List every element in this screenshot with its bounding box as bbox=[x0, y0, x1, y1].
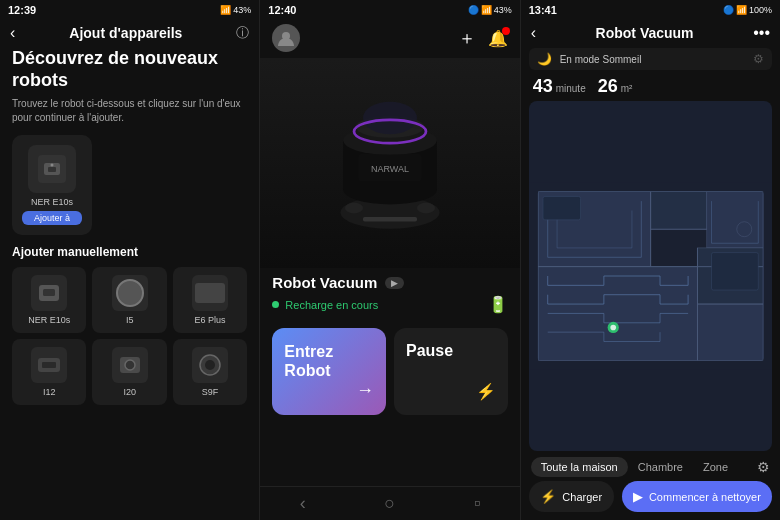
charging-dot bbox=[272, 301, 279, 308]
enter-robot-label: EntrezRobot bbox=[284, 342, 333, 380]
svg-rect-4 bbox=[43, 289, 55, 296]
p3-header: ‹ Robot Vacuum ••• bbox=[521, 20, 780, 48]
sleep-status-icon: ⚙ bbox=[753, 52, 764, 66]
clean-label: Commencer à nettoyer bbox=[649, 491, 761, 503]
stat-time: 43 minute bbox=[533, 76, 586, 97]
p1-content: Découvrez de nouveaux robots Trouvez le … bbox=[0, 48, 259, 520]
p3-action-buttons: ⚡ Charger ▶ Commencer à nettoyer bbox=[521, 481, 780, 520]
list-item[interactable]: I12 bbox=[12, 339, 86, 405]
bluetooth-p3-icon: 🔵 bbox=[723, 5, 734, 15]
manual-section-title: Ajouter manuellement bbox=[12, 245, 247, 259]
enter-robot-button[interactable]: EntrezRobot → bbox=[272, 328, 386, 415]
discover-subtext: Trouvez le robot ci-dessous et cliquez s… bbox=[12, 97, 247, 125]
tab-whole-house[interactable]: Toute la maison bbox=[531, 457, 628, 477]
grid-device-label-1: I5 bbox=[126, 315, 134, 325]
status-bar-p3: 13:41 🔵 📶 100% bbox=[521, 0, 780, 20]
action-icons: ＋ 🔔 bbox=[458, 26, 508, 50]
status-icons-p1: 📶 43% bbox=[220, 5, 251, 15]
nav-back-icon[interactable]: ‹ bbox=[300, 493, 306, 514]
grid-device-label-0: NER E10s bbox=[28, 315, 70, 325]
list-item[interactable]: NER E10s bbox=[12, 267, 86, 333]
svg-rect-39 bbox=[711, 253, 758, 290]
info-icon-p1[interactable]: ⓘ bbox=[236, 24, 249, 42]
p2-device-info: Robot Vacuum ▶ Recharge en cours 🔋 bbox=[260, 268, 519, 328]
status-bar-p2: 12:40 🔵 📶 43% bbox=[260, 0, 519, 20]
svg-rect-31 bbox=[697, 304, 763, 360]
svg-text:NARWAL: NARWAL bbox=[371, 164, 409, 174]
panel-add-devices: 12:39 📶 43% ‹ Ajout d'appareils ⓘ Découv… bbox=[0, 0, 259, 520]
lightning-icon: ⚡ bbox=[476, 382, 496, 401]
battery-p1: 43% bbox=[233, 5, 251, 15]
svg-point-21 bbox=[345, 203, 363, 214]
grid-device-icon-0 bbox=[31, 275, 67, 311]
panel-robot-control: 12:40 🔵 📶 43% ＋ 🔔 bbox=[259, 0, 519, 520]
tab-bedroom[interactable]: Chambre bbox=[628, 457, 693, 477]
device-svg bbox=[40, 157, 64, 181]
avatar-icon[interactable] bbox=[272, 24, 300, 52]
device-grid: NER E10s I5 E6 Plus I12 bbox=[12, 267, 247, 405]
device-status-badge: ▶ bbox=[385, 277, 404, 289]
tab-zone[interactable]: Zone bbox=[693, 457, 738, 477]
robot-box-icon bbox=[38, 155, 66, 183]
page-title-p1: Ajout d'appareils bbox=[21, 25, 230, 41]
sleep-mode-text: En mode Sommeil bbox=[560, 54, 745, 65]
zone-label: Zone bbox=[703, 461, 728, 473]
time-p2: 12:40 bbox=[268, 4, 296, 16]
grid-device-icon-4 bbox=[112, 347, 148, 383]
status-icons-p2: 🔵 📶 43% bbox=[468, 5, 512, 15]
stat-area-value: 26 bbox=[598, 76, 618, 97]
sleep-mode-bar: 🌙 En mode Sommeil ⚙ bbox=[529, 48, 772, 70]
panel-map-view: 13:41 🔵 📶 100% ‹ Robot Vacuum ••• 🌙 En m… bbox=[520, 0, 780, 520]
bottom-nav-p2: ‹ ○ ▫ bbox=[260, 486, 519, 520]
svg-rect-23 bbox=[363, 217, 417, 222]
room-tabs: Toute la maison Chambre Zone ⚙ bbox=[521, 451, 780, 481]
robot-vacuum-svg: NARWAL bbox=[320, 73, 460, 253]
svg-rect-28 bbox=[706, 192, 762, 248]
svg-point-10 bbox=[205, 360, 215, 370]
moon-icon: 🌙 bbox=[537, 52, 552, 66]
svg-point-38 bbox=[610, 325, 616, 331]
battery-charging-icon: 🔋 bbox=[488, 295, 508, 314]
nav-home-icon[interactable]: ○ bbox=[384, 493, 395, 514]
p2-top-bar: ＋ 🔔 bbox=[260, 20, 519, 58]
stat-time-unit: minute bbox=[556, 83, 586, 94]
add-device-button[interactable]: Ajouter à bbox=[22, 211, 82, 225]
grid-device-icon-5 bbox=[192, 347, 228, 383]
list-item[interactable]: S9F bbox=[173, 339, 247, 405]
p1-header: ‹ Ajout d'appareils ⓘ bbox=[0, 20, 259, 48]
svg-point-22 bbox=[417, 203, 435, 214]
status-icons-p3: 🔵 📶 100% bbox=[723, 5, 772, 15]
more-options-icon[interactable]: ••• bbox=[753, 24, 770, 42]
round-robot-icon bbox=[116, 279, 144, 307]
status-bar-p1: 12:39 📶 43% bbox=[0, 0, 259, 20]
back-button-p1[interactable]: ‹ bbox=[10, 24, 15, 42]
whole-house-label: Toute la maison bbox=[541, 461, 618, 473]
battery-p3: 100% bbox=[749, 5, 772, 15]
avatar-svg bbox=[274, 26, 298, 50]
device-title-row: Robot Vacuum ▶ bbox=[272, 274, 507, 291]
charge-button[interactable]: ⚡ Charger bbox=[529, 481, 614, 512]
list-item[interactable]: I20 bbox=[92, 339, 166, 405]
notification-wrapper[interactable]: 🔔 bbox=[488, 29, 508, 48]
svg-rect-1 bbox=[48, 167, 56, 172]
featured-device-card[interactable]: NER E10s Ajouter à bbox=[12, 135, 92, 235]
svg-point-2 bbox=[51, 164, 54, 167]
pause-button[interactable]: Pause ⚡ bbox=[394, 328, 508, 415]
charging-row: Recharge en cours 🔋 bbox=[272, 295, 507, 314]
grid-device-label-2: E6 Plus bbox=[195, 315, 226, 325]
filter-settings-icon[interactable]: ⚙ bbox=[757, 459, 770, 475]
floor-map bbox=[529, 101, 772, 451]
list-item[interactable]: I5 bbox=[92, 267, 166, 333]
list-item[interactable]: E6 Plus bbox=[173, 267, 247, 333]
wifi-p3-icon: 📶 bbox=[736, 5, 747, 15]
charge-label: Charger bbox=[562, 491, 602, 503]
grid-device-icon-1 bbox=[112, 275, 148, 311]
discover-headline: Découvrez de nouveaux robots bbox=[12, 48, 247, 91]
start-cleaning-button[interactable]: ▶ Commencer à nettoyer bbox=[622, 481, 772, 512]
stat-area: 26 m² bbox=[598, 76, 633, 97]
time-p1: 12:39 bbox=[8, 4, 36, 16]
wifi-icon: 📶 bbox=[481, 5, 492, 15]
grid-device-icon-3 bbox=[31, 347, 67, 383]
add-icon[interactable]: ＋ bbox=[458, 26, 476, 50]
nav-recent-icon[interactable]: ▫ bbox=[474, 493, 480, 514]
